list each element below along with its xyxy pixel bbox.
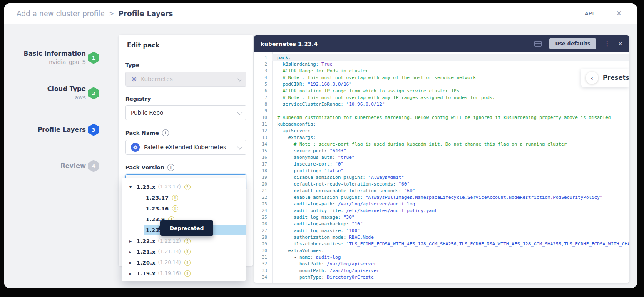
version-label: 1.21.x [137,249,155,255]
pack-version-label: Pack Version i [125,164,246,171]
code-line: 30 extraVolumes: [254,248,629,254]
step-labels: Basic Information nvidia_gpu_5 [24,50,86,67]
code-text: default-unreachable-toleration-seconds: … [272,188,629,194]
line-number: 21 [254,188,272,194]
type-value: Kubernetes [141,76,172,82]
code-line: 31 - name: audit-log [254,254,629,261]
close-icon[interactable]: ✕ [616,10,622,17]
code-line: 3 #CIDR Range for Pods in cluster [254,68,629,74]
header-divider [605,9,605,18]
warning-icon[interactable]: ! [184,260,191,266]
code-text: anonymous-auth: "true" [272,154,629,161]
line-number: 27 [254,228,272,234]
code-text [272,108,629,114]
code-text: apiServer: [272,128,629,134]
code-line: 23 audit-log-path: /var/log/apiserver/au… [254,201,629,208]
version-option-1.19.x[interactable]: ▸ 1.19.x (1.19.16) ! [122,268,246,279]
warning-icon[interactable]: ! [184,238,191,244]
code-text: #CIDR notation IP range from which to as… [272,88,629,94]
code-line: 10 # KubeAdm customization for kubernete… [254,114,629,121]
line-number: 9 [254,108,272,114]
line-number: 19 [254,174,272,181]
code-line: 18 profiling: "false" [254,168,629,174]
code-text: serviceClusterIpRange: "10.96.0.0/12" [272,101,629,108]
version-latest-hint: (1.19.16) [158,270,181,276]
code-line: 1 pack: [254,54,629,61]
editor-scrollbar[interactable] [623,97,623,280]
line-number: 18 [254,168,272,174]
line-number: 24 [254,208,272,214]
line-number: 2 [254,61,272,68]
wizard-body: Basic Information nvidia_gpu_5 1 Cloud T… [4,24,637,288]
version-option-1.22.x[interactable]: ▸ 1.22.x (1.22.12) ! [122,235,246,246]
code-line: 32 hostPath: /var/log/apiserver [254,261,629,267]
code-line: 34 pathType: DirectoryOrCreate [254,274,629,281]
breadcrumb-parent[interactable]: Add a new cluster profile [17,10,105,18]
pack-name-label: Pack Name i [125,129,246,136]
code-line: 6 #CIDR notation IP range from which to … [254,88,629,94]
line-number: 22 [254,194,272,201]
type-label: Type [125,62,246,68]
code-line: 27 audit-log-maxsize: "100" [254,228,629,234]
step-title: Review [60,162,86,170]
presets-expand-button[interactable]: ‹ [586,72,598,84]
use-defaults-button[interactable]: Use defaults [549,38,596,49]
version-option-1.20.x[interactable]: ▸ 1.20.x (1.20.14) ! [122,257,246,268]
kebab-menu-icon[interactable]: ⋮ [604,40,610,47]
line-number: 1 [254,54,272,61]
code-line: 8 serviceClusterIpRange: "10.96.0.0/12" [254,101,629,108]
version-option-1.23.16[interactable]: 1.23.16 ! [122,203,246,214]
edit-pack-title: Edit pack [119,35,253,55]
line-number: 5 [254,81,272,88]
editor-close-icon[interactable]: ✕ [618,41,623,47]
code-text: default-not-ready-toleration-seconds: "6… [272,181,629,188]
line-number: 29 [254,241,272,248]
warning-icon[interactable]: ! [184,270,191,277]
chevron-down-icon [237,76,243,81]
version-option-1.23.x[interactable]: ▾ 1.23.x (1.23.17) ! [122,181,246,192]
yaml-code-area[interactable]: 1 pack: 2 k8sHardening: True 3 #CIDR Ran… [254,54,629,281]
warning-icon[interactable]: ! [184,249,191,255]
line-number: 8 [254,101,272,108]
code-text: - name: audit-log [272,254,629,261]
info-icon[interactable]: i [162,129,169,136]
version-label: 1.19.x [137,270,155,277]
split-view-icon[interactable] [534,41,542,47]
code-text: # Note : This must not overlap with any … [272,74,629,81]
api-button[interactable]: API [585,10,594,17]
pack-name-select[interactable]: ☸ Palette eXtended Kubernetes [125,140,246,155]
code-text: pack: [272,54,629,61]
registry-label-text: Registry [125,96,151,102]
version-label: 1.23.17 [146,195,169,201]
warning-icon[interactable]: ! [172,195,178,201]
warning-icon[interactable]: ! [184,184,191,190]
line-number: 10 [254,114,272,121]
line-number: 6 [254,88,272,94]
version-label: 1.20.x [137,260,155,266]
line-number: 14 [254,141,272,148]
code-line: 19 disable-admission-plugins: "AlwaysAdm… [254,174,629,181]
line-number: 23 [254,201,272,208]
line-number: 12 [254,128,272,134]
code-line: 5 podCIDR: "192.168.0.0/16" [254,81,629,88]
warning-icon[interactable]: ! [172,205,178,212]
code-line: 29 tls-cipher-suites: "TLS_ECDHE_ECDSA_W… [254,241,629,248]
step-number-hexagon: 2 [88,87,99,99]
type-select[interactable]: ☸ Kubernetes [125,72,246,87]
code-text: k8sHardening: True [272,61,629,68]
line-number: 33 [254,267,272,274]
line-number: 34 [254,274,272,281]
code-text: disable-admission-plugins: "AlwaysAdmit" [272,174,629,181]
code-line: 33 mountPath: /var/log/apiserver [254,267,629,274]
code-line: 12 apiServer: [254,128,629,134]
registry-select[interactable]: Public Repo [125,105,246,120]
editor-body: 1 pack: 2 k8sHardening: True 3 #CIDR Ran… [254,52,629,283]
step-subtitle: nvidia_gpu_5 [24,58,86,67]
caret-icon: ▾ [129,185,137,189]
code-text: audit-log-path: /var/log/apiserver/audit… [272,201,629,208]
code-line: 14 # Note : secure-port flag is used dur… [254,141,629,148]
version-option-1.23.17[interactable]: 1.23.17 ! [122,192,246,203]
line-number: 16 [254,154,272,161]
version-option-1.21.x[interactable]: ▸ 1.21.x (1.21.14) ! [122,246,246,257]
info-icon[interactable]: i [167,164,174,171]
